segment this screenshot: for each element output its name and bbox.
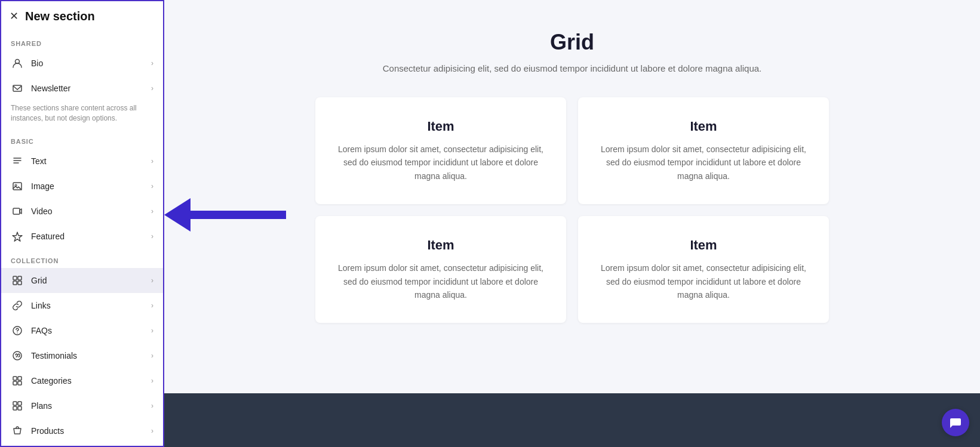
shared-note: These sections share content across all … [1, 101, 163, 130]
star-icon [11, 230, 24, 243]
chevron-right-icon: › [151, 402, 153, 410]
chevron-right-icon: › [151, 232, 153, 241]
person-icon [11, 57, 24, 70]
grid-item-3: Item Lorem ipsum dolor sit amet, consect… [578, 216, 829, 323]
svg-rect-15 [18, 381, 21, 385]
sidebar-item-video[interactable]: Video › [1, 199, 163, 224]
grid-item-title-1: Item [597, 119, 810, 134]
bag-icon [11, 424, 24, 437]
sidebar-section-basic: BASIC [1, 130, 163, 149]
grid-item-1: Item Lorem ipsum dolor sit amet, consect… [578, 97, 829, 204]
chevron-right-icon: › [151, 182, 153, 190]
quote-icon [11, 349, 24, 362]
image-label: Image [31, 181, 151, 191]
close-icon[interactable]: ✕ [10, 10, 19, 23]
main-content: Grid Consectetur adipisicing elit, sed d… [164, 0, 980, 447]
sidebar-item-image[interactable]: Image › [1, 174, 163, 199]
grid-item-text-1: Lorem ipsum dolor sit amet, consectetur … [597, 143, 810, 183]
svg-rect-6 [18, 276, 21, 280]
sidebar-item-text[interactable]: Text › [1, 149, 163, 174]
svg-rect-16 [13, 402, 17, 405]
svg-rect-18 [13, 406, 17, 410]
featured-label: Featured [31, 232, 151, 241]
chevron-right-icon: › [151, 427, 153, 435]
plans-icon [11, 399, 24, 412]
page-title: Grid [550, 30, 594, 55]
products-label: Products [31, 426, 151, 436]
links-label: Links [31, 301, 151, 310]
grid-item-text-0: Lorem ipsum dolor sit amet, consectetur … [334, 143, 547, 183]
chevron-right-icon: › [151, 377, 153, 385]
sidebar-item-faqs[interactable]: FAQs › [1, 318, 163, 343]
svg-rect-12 [13, 377, 17, 380]
sidebar-section-shared: SHARED [1, 32, 163, 51]
grid-item-2: Item Lorem ipsum dolor sit amet, consect… [315, 216, 566, 323]
chevron-right-icon: › [151, 301, 153, 310]
footer-bar [164, 393, 980, 447]
categories-label: Categories [31, 376, 151, 386]
grid-item-0: Item Lorem ipsum dolor sit amet, consect… [315, 97, 566, 204]
grid-item-text-2: Lorem ipsum dolor sit amet, consectetur … [334, 261, 547, 301]
link-icon [11, 299, 24, 312]
svg-rect-1 [13, 85, 21, 91]
chevron-right-icon: › [151, 157, 153, 165]
text-icon [11, 155, 24, 168]
grid-icon [11, 274, 24, 287]
faqs-icon [11, 324, 24, 337]
image-icon [11, 180, 24, 193]
svg-rect-17 [18, 402, 21, 405]
grid-items-container: Item Lorem ipsum dolor sit amet, consect… [315, 97, 829, 323]
plans-label: Plans [31, 401, 151, 411]
chevron-right-icon: › [151, 276, 153, 285]
sidebar-section-collection: COLLECTION [1, 249, 163, 268]
faqs-label: FAQs [31, 326, 151, 335]
content-area: Grid Consectetur adipisicing elit, sed d… [164, 0, 980, 393]
chat-button[interactable] [942, 409, 969, 436]
envelope-icon [11, 82, 24, 95]
testimonials-label: Testimonials [31, 351, 151, 360]
text-label: Text [31, 156, 151, 166]
sidebar-item-plans[interactable]: Plans › [1, 393, 163, 418]
svg-rect-7 [13, 281, 17, 285]
chevron-right-icon: › [151, 207, 153, 215]
chevron-right-icon: › [151, 326, 153, 335]
categories-icon [11, 374, 24, 387]
newsletter-label: Newsletter [31, 84, 151, 93]
svg-rect-4 [13, 208, 20, 214]
arrow-head [164, 198, 191, 232]
svg-rect-13 [18, 377, 21, 380]
svg-point-10 [17, 332, 18, 334]
grid-item-title-2: Item [334, 238, 547, 253]
sidebar-item-products[interactable]: Products › [1, 418, 163, 443]
chevron-right-icon: › [151, 84, 153, 93]
sidebar: ✕ New section SHARED Bio › Newsletter › … [0, 0, 164, 447]
svg-rect-8 [18, 281, 21, 285]
grid-item-title-3: Item [597, 238, 810, 253]
video-icon [11, 205, 24, 218]
sidebar-item-links[interactable]: Links › [1, 293, 163, 318]
sidebar-item-grid[interactable]: Grid › [1, 268, 163, 293]
arrow-indicator [164, 198, 286, 232]
bio-label: Bio [31, 58, 151, 68]
arrow-body [191, 211, 286, 219]
sidebar-item-categories[interactable]: Categories › [1, 368, 163, 393]
grid-item-text-3: Lorem ipsum dolor sit amet, consectetur … [597, 261, 810, 301]
sidebar-item-newsletter[interactable]: Newsletter › [1, 76, 163, 101]
sidebar-item-featured[interactable]: Featured › [1, 224, 163, 249]
chevron-right-icon: › [151, 352, 153, 360]
grid-label: Grid [31, 276, 151, 285]
sidebar-title: New section [1, 1, 163, 32]
arrow-shape [164, 198, 286, 232]
sidebar-item-bio[interactable]: Bio › [1, 51, 163, 76]
chevron-right-icon: › [151, 59, 153, 67]
grid-item-title-0: Item [334, 119, 547, 134]
svg-rect-5 [13, 276, 17, 280]
svg-rect-14 [13, 381, 17, 385]
svg-rect-19 [18, 406, 21, 410]
sidebar-item-testimonials[interactable]: Testimonials › [1, 343, 163, 368]
page-subtitle: Consectetur adipisicing elit, sed do eiu… [383, 63, 762, 73]
video-label: Video [31, 206, 151, 216]
